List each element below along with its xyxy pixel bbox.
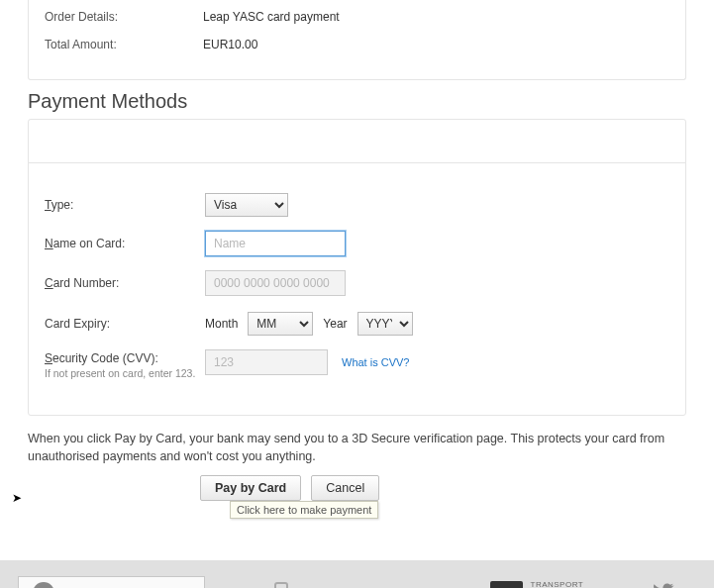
card-type-select[interactable]: Visa [205,193,288,217]
cvv-input[interactable] [205,349,328,375]
expiry-row: Card Expiry: Month MM Year YYYY [45,312,669,336]
order-summary: Order Details: Leap YASC card payment To… [28,0,686,80]
name-row: Name on Card: [45,231,669,256]
year-label: Year [323,317,347,331]
cancel-button[interactable]: Cancel [311,475,379,501]
type-label: Type: [45,198,205,212]
expiry-label: Card Expiry: [45,317,205,331]
card-form: Type: Visa // quick fix for Type label u… [29,163,685,415]
cvv-hint: If not present on card, enter 123. [45,367,205,379]
total-amount-row: Total Amount: EUR10.00 [45,34,669,61]
cvv-label: Security Code (CVV): [45,351,205,365]
pay-by-card-button[interactable]: Pay by Card [200,475,301,501]
month-label: Month [205,317,238,331]
what-is-cvv-link[interactable]: What is CVV? [342,356,409,368]
footer-band: ✉ Newsletter Subscribe Check out our app… [0,560,714,588]
check-out-apps-link[interactable]: Check out our apps [274,582,420,588]
cvv-label-block: Security Code (CVV): If not present on c… [45,349,205,379]
order-details-label: Order Details: [45,10,203,24]
name-on-card-input[interactable] [205,231,346,256]
newsletter-subscribe-button[interactable]: ✉ Newsletter Subscribe [18,576,205,588]
order-details-row: Order Details: Leap YASC card payment [45,6,669,34]
name-label: Name on Card: [45,237,205,250]
payment-methods-heading: Payment Methods [28,90,686,113]
envelope-icon: ✉ [33,582,54,588]
pay-tooltip: Click here to make payment [230,501,378,519]
action-buttons: ➤ Pay by Card Cancel Click here to make … [28,475,686,501]
expiry-month-select[interactable]: MM [248,312,313,336]
secure-notice: When you click Pay by Card, your bank ma… [28,430,686,465]
twitter-icon [653,581,674,588]
tfi-text: Transport for Ireland [531,581,584,588]
cursor-icon: ➤ [12,491,22,505]
cvv-row: Security Code (CVV): If not present on c… [45,349,669,379]
card-number-label: Card Number: [45,276,205,290]
expiry-year-select[interactable]: YYYY [357,312,413,336]
card-number-row: Card Number: [45,270,669,296]
total-amount-value: EUR10.00 [203,38,257,51]
type-row: Type: Visa [45,193,669,217]
phone-icon [274,582,288,588]
order-details-value: Leap YASC card payment [203,10,340,24]
payment-methods-panel: Type: Visa // quick fix for Type label u… [28,119,686,416]
payment-methods-tabs [29,120,685,163]
tfi-logo: TFI Transport for Ireland [490,581,584,588]
total-amount-label: Total Amount: [45,38,203,51]
card-number-input[interactable] [205,270,346,296]
tfi-badge: TFI [490,581,523,588]
twitter-link[interactable] [653,581,674,588]
